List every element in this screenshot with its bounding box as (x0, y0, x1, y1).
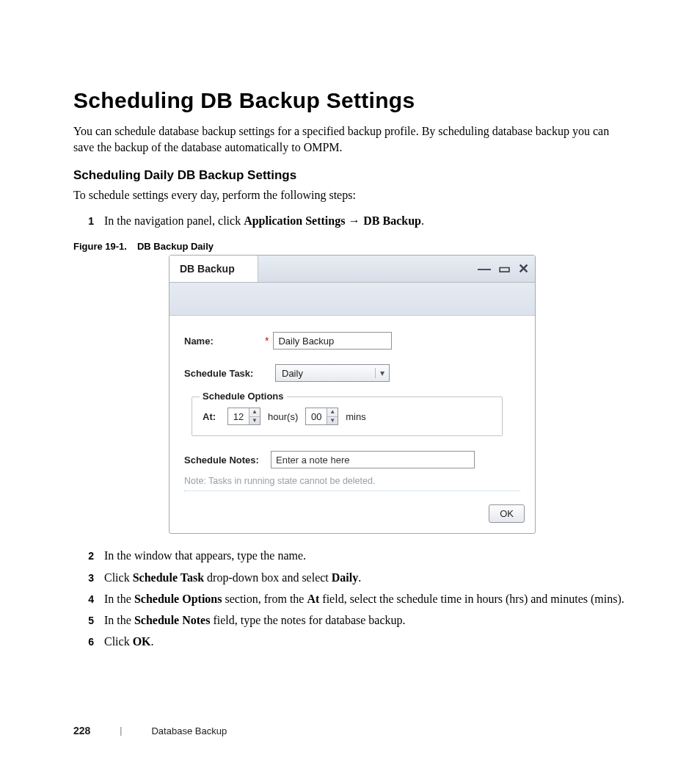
document-page: Scheduling DB Backup Settings You can sc… (0, 0, 700, 782)
ui-term: At (307, 593, 319, 605)
step-text: Click (104, 635, 133, 648)
page-number: 228 (73, 725, 90, 736)
spinner-up-icon[interactable]: ▲ (327, 408, 338, 416)
step-text: field, select the schedule time in hours… (319, 593, 624, 605)
step-text: Click (104, 571, 133, 584)
step-text: In the window that appears, type the nam… (104, 547, 627, 564)
nav-path-part: DB Backup (363, 214, 421, 227)
step-1: 1 In the navigation panel, click Applica… (73, 212, 627, 229)
step-text: . (421, 214, 424, 227)
hours-stepper[interactable]: 12 ▲ ▼ (227, 408, 260, 425)
step-text: section, from the (222, 593, 307, 605)
minutes-value: 00 (306, 408, 327, 424)
chevron-down-icon: ▾ (375, 368, 389, 378)
step-text: In the (104, 614, 134, 626)
step-text: drop-down box and select (204, 571, 332, 584)
at-label: At: (203, 411, 216, 422)
name-row: Name: * Daily Backup (184, 332, 520, 350)
figure-image: DB Backup — ▭ ✕ Name: * Daily Backup Sch… (169, 255, 536, 534)
schedule-task-row: Schedule Task: Daily ▾ (184, 364, 520, 382)
step-number: 1 (73, 212, 104, 228)
dialog-footnote: Note: Tasks in running state cannot be d… (184, 476, 520, 486)
step-6: 6 Click OK. (73, 633, 627, 650)
spinner-up-icon[interactable]: ▲ (249, 408, 260, 416)
steps-list-bottom: 2 In the window that appears, type the n… (73, 547, 627, 650)
step-text: In the (104, 593, 134, 605)
ui-term: Schedule Notes (134, 614, 211, 626)
name-label: Name: (184, 336, 265, 347)
ui-term: Schedule Task (133, 571, 204, 584)
subheading: Scheduling Daily DB Backup Settings (73, 168, 627, 183)
schedule-notes-row: Schedule Notes: Enter a note here (184, 451, 520, 468)
step-text: . (151, 635, 154, 648)
spinner-down-icon[interactable]: ▼ (327, 416, 338, 425)
minutes-unit: mins (346, 411, 365, 422)
dialog-ribbon (169, 283, 535, 316)
page-title: Scheduling DB Backup Settings (73, 88, 627, 113)
schedule-task-label: Schedule Task: (184, 368, 265, 379)
ui-term: Daily (332, 571, 358, 584)
ok-button[interactable]: OK (489, 504, 525, 523)
window-controls: — ▭ ✕ (258, 256, 535, 282)
schedule-notes-label: Schedule Notes: (184, 455, 271, 466)
required-asterisk-icon: * (265, 335, 269, 347)
step-text: field, type the notes for database backu… (210, 614, 405, 626)
step-3: 3 Click Schedule Task drop-down box and … (73, 569, 627, 586)
spinner-down-icon[interactable]: ▼ (249, 416, 260, 425)
step-5: 5 In the Schedule Notes field, type the … (73, 612, 627, 629)
hours-value: 12 (228, 408, 249, 424)
step-4: 4 In the Schedule Options section, from … (73, 590, 627, 607)
close-icon[interactable]: ✕ (518, 262, 529, 275)
minutes-stepper[interactable]: 00 ▲ ▼ (305, 408, 338, 425)
figure-caption: Figure 19-1.DB Backup Daily (73, 241, 627, 252)
step-text: In the navigation panel, click (104, 214, 244, 227)
maximize-icon[interactable]: ▭ (498, 262, 511, 275)
step-number: 2 (73, 547, 104, 563)
ui-term: Schedule Options (134, 593, 222, 605)
step-number: 4 (73, 590, 104, 607)
name-input[interactable]: Daily Backup (273, 332, 392, 350)
figure-id: Figure 19-1. (73, 241, 127, 252)
figure-title: DB Backup Daily (137, 241, 214, 252)
steps-list-top: 1 In the navigation panel, click Applica… (73, 212, 627, 229)
step-2: 2 In the window that appears, type the n… (73, 547, 627, 564)
minimize-icon[interactable]: — (478, 262, 491, 275)
schedule-task-select[interactable]: Daily ▾ (275, 364, 390, 382)
footer-section: Database Backup (151, 725, 227, 736)
hours-unit: hour(s) (268, 411, 298, 422)
step-number: 5 (73, 612, 104, 628)
dialog-title: DB Backup (169, 256, 258, 282)
schedule-task-value: Daily (276, 368, 375, 379)
intro-paragraph: You can schedule database backup setting… (73, 123, 627, 155)
schedule-options-legend: Schedule Options (200, 391, 287, 402)
dialog-body: Name: * Daily Backup Schedule Task: Dail… (169, 316, 535, 496)
step-text: . (358, 571, 361, 584)
schedule-notes-input[interactable]: Enter a note here (271, 451, 475, 468)
schedule-options-fieldset: Schedule Options At: 12 ▲ ▼ hour(s) (192, 397, 503, 436)
dialog-titlebar: DB Backup — ▭ ✕ (169, 256, 535, 283)
db-backup-dialog: DB Backup — ▭ ✕ Name: * Daily Backup Sch… (169, 255, 536, 534)
step-number: 6 (73, 633, 104, 649)
lead-paragraph: To schedule settings every day, perform … (73, 189, 627, 202)
dialog-footer: OK (169, 496, 535, 533)
at-row: At: 12 ▲ ▼ hour(s) 00 ▲ (203, 408, 492, 425)
ui-term: OK (133, 635, 151, 648)
footer-separator: | (120, 725, 122, 736)
nav-path-part: Application Settings (244, 214, 345, 227)
page-footer: 228 | Database Backup (73, 725, 227, 736)
divider (184, 490, 520, 491)
step-number: 3 (73, 569, 104, 585)
arrow-icon: → (345, 214, 363, 227)
